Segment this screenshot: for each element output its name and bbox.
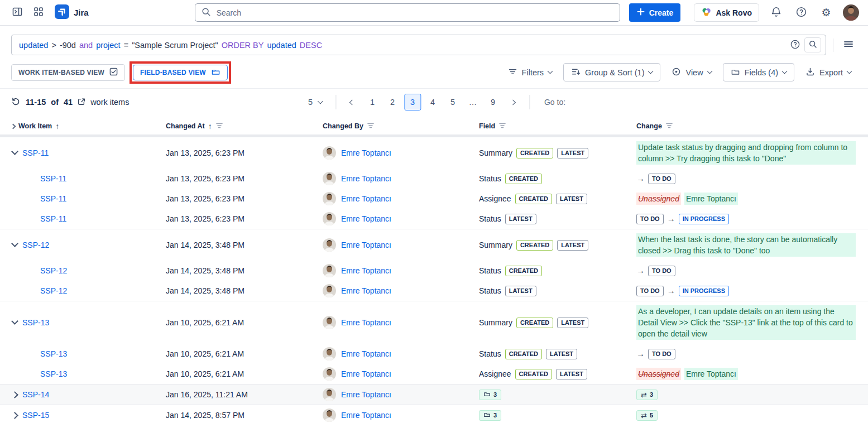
- settings-button[interactable]: ⚙: [818, 4, 835, 21]
- sidebar-toggle-icon: [12, 6, 23, 19]
- column-header-changed-by[interactable]: Changed By: [323, 122, 363, 130]
- work-item-link[interactable]: SSP-11: [40, 194, 66, 203]
- table-row: SSP-12 Jan 14, 2025, 3:48 PM Emre Toptan…: [0, 261, 868, 281]
- changed-by-link[interactable]: Emre Toptancı: [341, 148, 391, 157]
- created-badge: CREATED: [515, 369, 552, 379]
- export-label: Export: [819, 68, 843, 77]
- external-link-icon[interactable]: [78, 98, 85, 107]
- work-item-link[interactable]: SSP-15: [22, 411, 49, 420]
- work-item-link[interactable]: SSP-13: [40, 369, 67, 378]
- jql-bar-row: updated>-90dandproject="Sample Scrum Pro…: [11, 35, 857, 55]
- column-header-field[interactable]: Field: [479, 122, 495, 130]
- work-item-based-view-button[interactable]: WORK ITEM-BASED VIEW: [11, 64, 125, 81]
- work-item-link[interactable]: SSP-14: [22, 390, 49, 399]
- jira-home-link[interactable]: Jira: [55, 4, 89, 21]
- column-filter-icon[interactable]: [665, 122, 673, 131]
- top-navigation-bar: Jira Create Ask Rovo ⚙: [0, 0, 868, 26]
- column-filter-icon[interactable]: [215, 122, 223, 131]
- changed-by-link[interactable]: Emre Toptancı: [341, 241, 391, 249]
- field-based-view-button[interactable]: FIELD-BASED VIEW: [133, 65, 228, 80]
- field-count-value: 3: [493, 391, 497, 399]
- sidebar-toggle-button[interactable]: [9, 4, 26, 21]
- divider: [529, 95, 530, 109]
- change-count-value: 3: [650, 391, 653, 399]
- refresh-icon[interactable]: [11, 97, 21, 108]
- column-filter-icon[interactable]: [367, 122, 375, 131]
- page-button-5[interactable]: 5: [444, 94, 461, 110]
- view-button[interactable]: View: [666, 63, 717, 81]
- expand-group-chevron-icon[interactable]: [11, 412, 18, 419]
- jql-query-input[interactable]: updated>-90dandproject="Sample Scrum Pro…: [11, 35, 826, 55]
- next-page-button[interactable]: [505, 94, 521, 110]
- page-button-1[interactable]: 1: [364, 94, 381, 110]
- work-item-link[interactable]: SSP-11: [40, 174, 66, 183]
- prev-page-button[interactable]: [344, 94, 361, 110]
- collapse-group-chevron-icon[interactable]: [11, 148, 18, 155]
- changed-by-link[interactable]: Emre Toptancı: [341, 286, 391, 295]
- field-name: Status: [479, 214, 501, 223]
- collapse-group-chevron-icon[interactable]: [11, 240, 18, 247]
- work-item-link[interactable]: SSP-11: [22, 148, 49, 157]
- changed-by-link[interactable]: Emre Toptancı: [341, 349, 391, 358]
- page-button-9[interactable]: 9: [485, 94, 501, 110]
- changed-by-link[interactable]: Emre Toptancı: [341, 266, 391, 275]
- user-avatar: [323, 146, 336, 160]
- global-search[interactable]: [195, 3, 620, 22]
- chevron-down-icon: [847, 69, 852, 74]
- sort-asc-icon[interactable]: ↑: [55, 122, 59, 131]
- work-item-link[interactable]: SSP-11: [40, 214, 66, 223]
- work-item-link[interactable]: SSP-13: [22, 318, 49, 327]
- profile-avatar[interactable]: [843, 4, 859, 21]
- work-item-link[interactable]: SSP-12: [22, 241, 49, 249]
- changed-by-link[interactable]: Emre Toptancı: [341, 411, 391, 420]
- column-header-changed-at[interactable]: Changed At: [166, 122, 205, 130]
- created-badge: CREATED: [505, 266, 542, 276]
- app-switcher-button[interactable]: [30, 4, 47, 21]
- changed-by-link[interactable]: Emre Toptancı: [341, 318, 391, 327]
- fields-button[interactable]: Fields (4): [723, 63, 794, 81]
- items-label: work items: [90, 98, 129, 107]
- column-header-work-item[interactable]: Work Item: [18, 122, 52, 130]
- page-ellipsis: …: [464, 94, 481, 110]
- jql-search-button[interactable]: [804, 37, 821, 52]
- ask-rovo-label: Ask Rovo: [716, 8, 752, 17]
- search-input[interactable]: [215, 8, 614, 18]
- work-item-group: SSP-11 Jan 13, 2025, 6:23 PM Emre Toptan…: [0, 137, 868, 229]
- latest-badge: LATEST: [546, 349, 577, 359]
- work-item-link[interactable]: SSP-12: [40, 286, 67, 295]
- notifications-button[interactable]: [768, 4, 784, 21]
- changed-by-link[interactable]: Emre Toptancı: [341, 194, 391, 203]
- work-item-link[interactable]: SSP-12: [40, 266, 67, 275]
- collapse-group-chevron-icon[interactable]: [11, 318, 18, 325]
- jql-syntax-help-icon[interactable]: [790, 39, 800, 51]
- table-body: SSP-11 Jan 13, 2025, 6:23 PM Emre Toptan…: [0, 137, 868, 423]
- changed-by-link[interactable]: Emre Toptancı: [341, 214, 391, 223]
- changed-by-link[interactable]: Emre Toptancı: [341, 174, 391, 183]
- group-sort-button[interactable]: Group & Sort (1): [563, 63, 660, 81]
- page-size-select[interactable]: 5: [303, 94, 328, 110]
- create-button[interactable]: Create: [629, 3, 681, 22]
- page-button-4[interactable]: 4: [424, 94, 441, 110]
- export-button[interactable]: Export: [800, 63, 857, 81]
- latest-badge: LATEST: [505, 286, 536, 296]
- field-name: Assignee: [479, 369, 511, 378]
- expand-all-chevron-icon[interactable]: [11, 123, 16, 129]
- app-grid-icon: [33, 6, 44, 19]
- sort-asc-icon[interactable]: ↑: [208, 122, 212, 131]
- ask-rovo-button[interactable]: Ask Rovo: [694, 3, 759, 22]
- page-button-3-current[interactable]: 3: [404, 94, 421, 110]
- expand-group-chevron-icon[interactable]: [11, 391, 18, 398]
- swap-arrows-icon: ⇄: [641, 411, 647, 420]
- work-item-link[interactable]: SSP-13: [40, 349, 67, 358]
- fields-label: Fields (4): [745, 68, 778, 77]
- user-avatar: [323, 316, 336, 329]
- column-header-change[interactable]: Change: [636, 122, 662, 130]
- more-options-button[interactable]: [840, 37, 857, 54]
- changed-by-link[interactable]: Emre Toptancı: [341, 369, 391, 378]
- help-button[interactable]: [793, 4, 809, 21]
- page-button-2[interactable]: 2: [384, 94, 401, 110]
- changed-by-link[interactable]: Emre Toptancı: [341, 390, 391, 399]
- column-filter-icon[interactable]: [498, 122, 506, 131]
- filters-button[interactable]: Filters: [502, 63, 558, 81]
- jql-token: ORDER BY: [222, 41, 264, 50]
